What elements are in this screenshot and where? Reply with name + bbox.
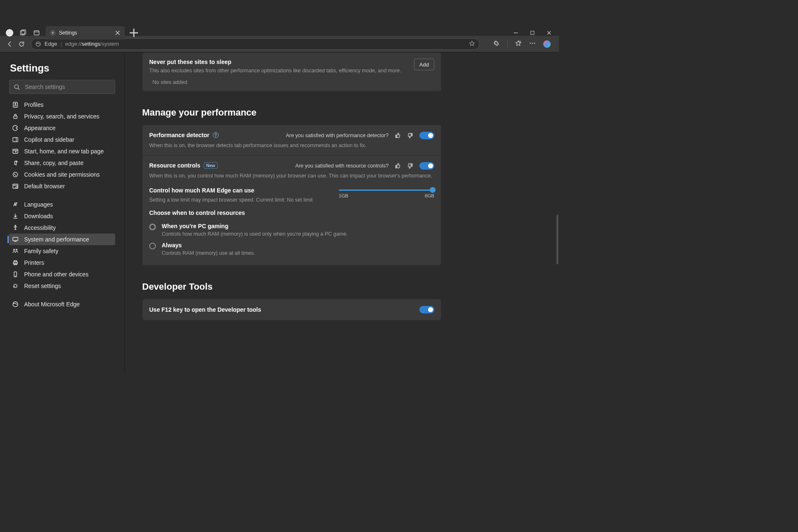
minimize-button[interactable] xyxy=(513,30,518,35)
tab-title: Settings xyxy=(59,30,111,36)
copilot-icon[interactable] xyxy=(543,40,551,48)
newtab-icon xyxy=(12,148,19,155)
thumbs-up-icon[interactable] xyxy=(394,132,401,139)
radio-icon[interactable] xyxy=(149,243,156,249)
f12-toggle[interactable] xyxy=(419,306,434,313)
radio-gaming-label: When you're PC gaming xyxy=(162,223,348,229)
nav-phone[interactable]: Phone and other devices xyxy=(9,268,115,280)
svg-rect-10 xyxy=(531,31,534,34)
tab-close-button[interactable] xyxy=(115,30,121,36)
radio-always-label: Always xyxy=(162,242,255,249)
perf-detector-title: Performance detector xyxy=(149,132,209,138)
tabstrip: Settings xyxy=(0,26,140,39)
nav-accessibility[interactable]: Accessibility xyxy=(9,222,115,234)
svg-rect-26 xyxy=(13,149,18,153)
svg-rect-2 xyxy=(34,31,39,35)
add-site-button[interactable]: Add xyxy=(414,59,434,70)
settings-heading: Settings xyxy=(10,62,115,74)
info-icon[interactable]: ? xyxy=(213,132,219,138)
nav-privacy[interactable]: Privacy, search, and services xyxy=(9,111,115,122)
scrollbar[interactable] xyxy=(557,214,558,264)
svg-line-20 xyxy=(18,88,20,90)
resource-controls-title: Resource controls xyxy=(149,162,200,169)
favorite-star-icon[interactable] xyxy=(469,40,475,48)
svg-rect-42 xyxy=(14,261,17,262)
nav-downloads[interactable]: Downloads xyxy=(9,210,115,222)
radio-always[interactable]: Always Controls RAM (memory) use at all … xyxy=(149,239,434,259)
edge-logo-icon xyxy=(35,41,41,47)
nav-family[interactable]: Family safety xyxy=(9,245,115,257)
thumbs-down-icon[interactable] xyxy=(407,163,414,169)
omnibox-brand: Edge xyxy=(44,41,57,47)
resource-controls-desc: When this is on, you control how much RA… xyxy=(149,173,434,179)
profile-avatar[interactable] xyxy=(6,29,13,37)
nav-cookies[interactable]: Cookies and site permissions xyxy=(9,169,115,180)
choose-when-heading: Choose when to control resources xyxy=(149,209,434,216)
svg-point-31 xyxy=(14,174,15,174)
thumbs-up-icon[interactable] xyxy=(394,163,401,169)
resource-controls-row: Resource controls New Are you satisfied … xyxy=(143,155,441,265)
sleep-sites-card: Never put these sites to sleep This also… xyxy=(142,52,441,91)
slider-max-label: 8GB xyxy=(425,193,434,198)
performance-detector-row: Performance detector ? Are you satisfied… xyxy=(143,125,441,155)
svg-point-16 xyxy=(530,42,531,44)
toolbar-separator xyxy=(507,40,507,48)
more-button[interactable] xyxy=(529,40,536,48)
nav-printers[interactable]: Printers xyxy=(9,257,115,268)
settings-search[interactable] xyxy=(9,80,115,94)
svg-point-22 xyxy=(15,103,16,105)
lock-icon xyxy=(12,113,19,120)
new-tab-button[interactable] xyxy=(128,27,140,39)
close-window-button[interactable] xyxy=(547,30,552,35)
nav-appearance[interactable]: Appearance xyxy=(9,122,115,134)
nav-system[interactable]: System and performance xyxy=(9,234,115,245)
nav-profiles[interactable]: Profiles xyxy=(9,99,115,111)
search-input[interactable] xyxy=(24,83,111,91)
new-badge: New xyxy=(204,162,218,169)
window-controls xyxy=(513,26,559,39)
performance-heading: Manage your performance xyxy=(142,107,441,118)
maximize-button[interactable] xyxy=(530,30,535,35)
sleep-card-desc: This also excludes sites from other perf… xyxy=(149,68,414,74)
sidebar-icon xyxy=(12,136,19,143)
sleep-card-title: Never put these sites to sleep xyxy=(149,59,414,65)
ram-slider[interactable]: 1GB 8GB xyxy=(339,187,434,198)
nav-default-browser[interactable]: Default browser xyxy=(9,180,115,192)
toolbar-right xyxy=(493,40,555,48)
extensions-icon[interactable] xyxy=(493,40,500,48)
settings-nav: Profiles Privacy, search, and services A… xyxy=(9,99,115,310)
nav-start[interactable]: Start, home, and new tab page xyxy=(9,145,115,157)
nav-share[interactable]: Share, copy, and paste xyxy=(9,157,115,169)
nav-copilot[interactable]: Copilot and sidebar xyxy=(9,134,115,145)
favorites-icon[interactable] xyxy=(515,40,522,48)
svg-point-35 xyxy=(16,187,17,188)
perf-detector-desc: When this is on, the browser detects tab… xyxy=(149,143,434,148)
svg-point-17 xyxy=(532,42,533,44)
settings-main: Never put these sites to sleep This also… xyxy=(125,52,559,373)
workspaces-icon[interactable] xyxy=(20,30,27,36)
perf-detector-feedback-q: Are you satisfied with performance detec… xyxy=(286,133,389,138)
back-button[interactable] xyxy=(4,38,16,50)
system-icon xyxy=(12,236,19,243)
nav-reset[interactable]: Reset settings xyxy=(9,280,115,292)
browser-tab[interactable]: Settings xyxy=(46,26,125,39)
tab-actions-icon[interactable] xyxy=(33,30,40,36)
resource-controls-toggle[interactable] xyxy=(419,162,434,170)
resource-controls-feedback-q: Are you satisfied with resource controls… xyxy=(296,163,389,169)
appearance-icon xyxy=(12,124,19,132)
reset-icon xyxy=(12,282,19,290)
svg-point-40 xyxy=(16,249,17,251)
refresh-button[interactable] xyxy=(16,38,27,50)
f12-label: Use F12 key to open the Developer tools xyxy=(149,306,261,313)
thumbs-down-icon[interactable] xyxy=(407,132,414,139)
radio-gaming[interactable]: When you're PC gaming Controls how much … xyxy=(149,220,434,239)
svg-point-4 xyxy=(52,32,54,34)
radio-icon[interactable] xyxy=(149,224,156,230)
slider-thumb[interactable] xyxy=(430,187,436,193)
address-bar[interactable]: Edge | edge://settings/system xyxy=(31,38,480,50)
nav-about[interactable]: About Microsoft Edge xyxy=(9,298,115,310)
omnibox-separator: | xyxy=(60,41,62,47)
edge-icon xyxy=(12,300,19,308)
perf-detector-toggle[interactable] xyxy=(419,132,434,139)
nav-languages[interactable]: Languages xyxy=(9,199,115,210)
